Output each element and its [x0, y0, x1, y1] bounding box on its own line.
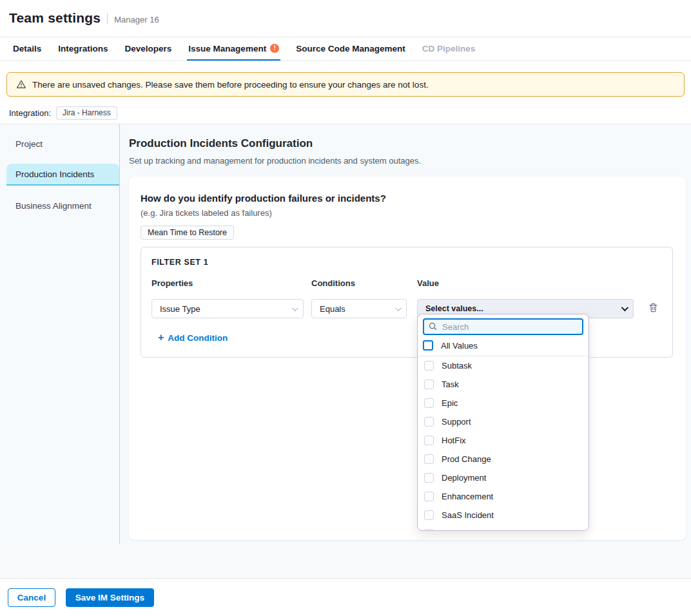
- tab-source-code-management-label: Source Code Management: [296, 44, 405, 53]
- question-hint: (e.g. Jira tickets labeled as failures): [141, 208, 674, 218]
- unsaved-changes-banner: There are unsaved changes. Please save t…: [6, 72, 685, 97]
- warning-triangle-icon: [16, 79, 26, 90]
- tab-details[interactable]: Details: [12, 37, 43, 61]
- section-subtitle: Set up tracking and management for produ…: [129, 156, 686, 166]
- dropdown-option-label: Task: [442, 380, 459, 389]
- dropdown-option-label: Prod Change: [442, 454, 491, 464]
- dropdown-option[interactable]: Customer Notification: [418, 525, 589, 531]
- tab-developers[interactable]: Developers: [124, 37, 173, 61]
- dropdown-option-label: Deployment: [442, 473, 486, 483]
- sidebar-item-business-alignment[interactable]: Business Alignment: [6, 195, 119, 217]
- add-condition-label: Add Condition: [168, 333, 228, 343]
- dropdown-option-label: Customer Notification: [442, 529, 521, 531]
- property-select[interactable]: Issue Type: [151, 299, 304, 318]
- dropdown-option[interactable]: Prod Change: [418, 450, 589, 468]
- tab-integrations-label: Integrations: [58, 44, 108, 53]
- tab-integrations[interactable]: Integrations: [57, 37, 109, 61]
- value-column-label: Value: [417, 278, 439, 288]
- tab-source-code-management[interactable]: Source Code Management: [295, 37, 407, 61]
- trash-icon: [648, 302, 659, 315]
- sidebar-item-project[interactable]: Project: [6, 133, 119, 155]
- delete-condition-button[interactable]: [647, 301, 660, 316]
- dropdown-option-label: HotFix: [442, 436, 466, 445]
- checkbox-icon[interactable]: [424, 473, 434, 483]
- integration-row: Integration: Jira - Harness: [9, 106, 691, 120]
- dropdown-option-label: Support: [442, 417, 471, 427]
- checkbox-icon[interactable]: [424, 492, 434, 501]
- tab-cd-pipelines: CD Pipelines: [421, 37, 477, 61]
- save-im-settings-button[interactable]: Save IM Settings: [66, 588, 154, 607]
- conditions-column-label: Conditions: [311, 278, 417, 288]
- page-header: Team settings Manager 16: [0, 0, 691, 37]
- dropdown-option-label: Enhancement: [442, 492, 493, 501]
- chevron-down-icon: [292, 305, 298, 311]
- title-divider: [107, 14, 108, 24]
- dropdown-option[interactable]: Epic: [418, 394, 589, 412]
- settings-sidebar: Project Production Incidents Business Al…: [0, 124, 120, 544]
- integration-label: Integration:: [9, 108, 51, 118]
- dropdown-option[interactable]: Task: [418, 375, 589, 394]
- checkbox-icon[interactable]: [424, 454, 434, 464]
- question-title: How do you identify production failures …: [141, 193, 674, 204]
- tab-cd-pipelines-label: CD Pipelines: [422, 44, 476, 53]
- select-all-option[interactable]: All Values: [418, 335, 589, 356]
- tab-details-label: Details: [13, 44, 41, 53]
- filter-set-title: FILTER SET 1: [151, 258, 662, 267]
- dropdown-option[interactable]: HotFix: [418, 431, 589, 450]
- dropdown-option-label: Epic: [442, 398, 458, 408]
- condition-select-value: Equals: [320, 304, 346, 314]
- sidebar-item-project-label: Project: [15, 139, 43, 149]
- tab-issue-management-label: Issue Management: [188, 44, 266, 53]
- footer-actions: Cancel Save IM Settings: [0, 578, 691, 616]
- dropdown-search: [423, 318, 583, 335]
- page-title: Team settings: [9, 10, 101, 26]
- chevron-down-icon: [621, 304, 628, 311]
- banner-message: There are unsaved changes. Please save t…: [32, 80, 429, 90]
- condition-select[interactable]: Equals: [311, 299, 407, 318]
- chevron-down-icon: [395, 305, 402, 311]
- integration-chip[interactable]: Jira - Harness: [56, 106, 117, 120]
- team-name-label: Manager 16: [114, 15, 159, 24]
- properties-column-label: Properties: [151, 278, 311, 288]
- dropdown-option[interactable]: Support: [418, 412, 589, 431]
- sidebar-item-production-incidents-label: Production Incidents: [15, 169, 94, 179]
- incidents-config-card: How do you identify production failures …: [129, 177, 686, 540]
- dropdown-option-label: Subtask: [442, 361, 472, 371]
- value-dropdown-panel: All Values SubtaskTaskEpicSupportHotFixP…: [417, 314, 589, 531]
- checkbox-icon[interactable]: [424, 417, 434, 427]
- main-panel: Production Incidents Configuration Set u…: [120, 124, 691, 544]
- dropdown-search-input[interactable]: [423, 318, 583, 335]
- filter-set-box: FILTER SET 1 Properties Conditions Value…: [141, 247, 673, 358]
- filter-column-headers: Properties Conditions Value: [151, 278, 662, 288]
- checkbox-icon[interactable]: [424, 398, 434, 408]
- dropdown-option-label: SaaS Incident: [442, 510, 494, 520]
- dropdown-option[interactable]: Deployment: [418, 468, 589, 487]
- section-title: Production Incidents Configuration: [129, 137, 686, 150]
- search-icon: [428, 322, 438, 334]
- dropdown-option[interactable]: SaaS Incident: [418, 506, 589, 525]
- tab-bar: Details Integrations Developers Issue Ma…: [0, 37, 691, 61]
- tab-developers-label: Developers: [125, 44, 172, 53]
- select-all-label: All Values: [441, 341, 478, 351]
- sidebar-item-business-alignment-label: Business Alignment: [15, 201, 92, 211]
- checkbox-icon[interactable]: [424, 436, 434, 445]
- sidebar-item-production-incidents[interactable]: Production Incidents: [6, 164, 119, 186]
- property-select-value: Issue Type: [160, 304, 200, 314]
- add-condition-button[interactable]: + Add Condition: [158, 332, 228, 343]
- plus-icon: +: [158, 332, 164, 343]
- unsaved-changes-badge-icon: !: [270, 44, 279, 53]
- checkbox-icon[interactable]: [423, 340, 433, 351]
- checkbox-icon[interactable]: [424, 361, 434, 371]
- value-multiselect-placeholder: Select values...: [425, 304, 483, 313]
- checkbox-icon[interactable]: [424, 510, 434, 520]
- dropdown-option[interactable]: Subtask: [418, 356, 589, 375]
- team-settings-page: Team settings Manager 16 Details Integra…: [0, 0, 691, 616]
- checkbox-icon[interactable]: [424, 380, 434, 389]
- metric-chip[interactable]: Mean Time to Restore: [141, 226, 234, 240]
- footer-spacer: [0, 544, 691, 578]
- tab-issue-management[interactable]: Issue Management !: [187, 37, 280, 61]
- checkbox-icon[interactable]: [424, 529, 434, 531]
- cancel-button[interactable]: Cancel: [8, 588, 55, 607]
- dropdown-option[interactable]: Enhancement: [418, 487, 589, 506]
- dropdown-options: SubtaskTaskEpicSupportHotFixProd ChangeD…: [418, 356, 589, 531]
